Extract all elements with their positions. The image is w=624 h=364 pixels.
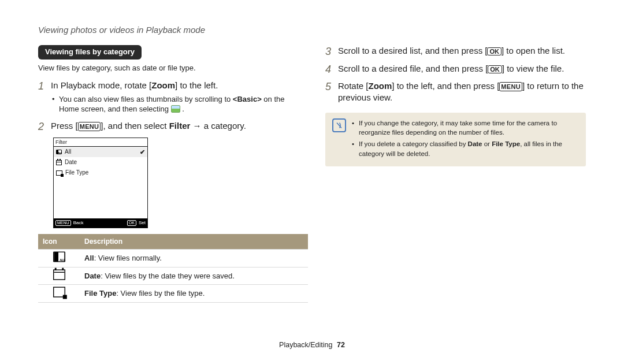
ok-button-icon: OK (488, 65, 502, 73)
step-text: ] to the left, and then press [ (392, 81, 499, 91)
step-text: Scroll to a desired file, and then press… (338, 64, 488, 73)
step-text: Scroll to a desired list, and then press… (338, 46, 487, 55)
filter-label: Filter (169, 121, 191, 131)
filter-empty-area (54, 178, 147, 218)
date-icon (53, 269, 65, 280)
filter-option-label: File Type (65, 169, 145, 177)
step-number: 1 (38, 80, 51, 114)
menu-button-icon: MENU (55, 220, 71, 226)
ok-button-icon: OK (127, 220, 136, 226)
table-header-description: Description (80, 234, 308, 250)
desc-bold: File Type (84, 289, 116, 298)
substep-text: You can also view files as thumbnails by… (59, 95, 233, 103)
filter-option-filetype: File Type (54, 168, 147, 178)
step-text: In Playback mode, rotate [ (51, 80, 151, 90)
step-text: ] to open the list. (502, 46, 565, 55)
filter-option-label: Date (65, 158, 145, 166)
checkmark-icon: ✔ (140, 148, 145, 157)
note-bold: Date (468, 140, 482, 147)
menu-button-icon: MENU (499, 82, 522, 91)
filetype-icon (53, 287, 65, 298)
page-number: 72 (337, 341, 345, 349)
filter-title: Filter (54, 138, 147, 147)
page-header: Viewing photos or videos in Playback mod… (38, 24, 586, 36)
note-box: If you change the category, it may take … (325, 113, 586, 166)
zoom-label: Zoom (369, 81, 392, 91)
filter-footer: MENU Back OK Set (54, 218, 147, 228)
step-number: 3 (325, 45, 338, 57)
step-number: 5 (325, 80, 338, 104)
table-row: All: View files normally. (38, 250, 308, 268)
ok-button-icon: OK (487, 47, 502, 55)
all-icon (53, 252, 65, 262)
step-text: ] to view the file. (502, 64, 564, 73)
step-4: 4 Scroll to a desired file, and then pre… (325, 63, 586, 75)
substep-text: . (180, 105, 184, 113)
basic-label: <Basic> (233, 95, 262, 103)
right-column: 3 Scroll to a desired list, and then pre… (325, 45, 586, 303)
back-label: Back (73, 220, 84, 226)
section-caption: View files by category, such as date or … (38, 63, 299, 73)
date-icon (56, 160, 62, 165)
filter-option-date: Date (54, 157, 147, 168)
desc-bold: All (84, 254, 94, 262)
note-text: or (482, 140, 492, 147)
table-row: File Type: View files by the file type. (38, 285, 308, 303)
step-text: ] to the left. (175, 80, 218, 90)
desc-text: : View files by the file type. (116, 289, 205, 298)
table-row: Date: View files by the date they were s… (38, 267, 308, 285)
step-2: 2 Press [MENU], and then select Filter →… (38, 120, 299, 132)
desc-text: : View files by the date they were saved… (101, 272, 235, 280)
page-footer: Playback/Editing 72 (0, 340, 624, 350)
footer-section: Playback/Editing (279, 341, 332, 349)
step-5: 5 Rotate [Zoom] to the left, and then pr… (325, 80, 586, 104)
note-list: If you change the category, it may take … (352, 118, 579, 160)
filter-option-label: All (65, 148, 137, 156)
step-text: → a category. (190, 121, 246, 131)
filetype-icon (56, 170, 62, 176)
step-substep: You can also view files as thumbnails by… (51, 94, 299, 114)
left-column: Viewing files by category View files by … (38, 45, 299, 303)
filter-menu-screenshot: Filter All ✔ Date File Type MENU Ba (53, 138, 148, 228)
note-item: If you change the category, it may take … (352, 118, 579, 137)
desc-text: : View files normally. (94, 254, 162, 262)
note-text: If you delete a category classified by (359, 140, 468, 147)
set-label: Set (139, 220, 146, 226)
table-header-icon: Icon (38, 234, 80, 250)
step-text: Press [ (51, 121, 78, 131)
step-text: Rotate [ (338, 81, 369, 91)
note-icon (332, 118, 346, 160)
menu-button-icon: MENU (78, 122, 101, 131)
step-1: 1 In Playback mode, rotate [Zoom] to the… (38, 80, 299, 114)
manual-page: Viewing photos or videos in Playback mod… (0, 0, 624, 364)
step-text: ], and then select (101, 121, 169, 131)
basic-icon (171, 105, 180, 113)
all-icon (56, 150, 62, 154)
section-heading: Viewing files by category (38, 45, 142, 60)
step-number: 2 (38, 120, 51, 132)
zoom-label: Zoom (151, 80, 175, 90)
note-item: If you delete a category classified by D… (352, 139, 579, 158)
step-3: 3 Scroll to a desired list, and then pre… (325, 45, 586, 57)
columns: Viewing files by category View files by … (38, 45, 586, 303)
icon-description-table: Icon Description All: View files normall… (38, 234, 308, 303)
desc-bold: Date (84, 272, 101, 280)
step-number: 4 (325, 63, 338, 75)
note-bold: File Type (492, 140, 520, 147)
filter-option-all: All ✔ (54, 147, 147, 157)
